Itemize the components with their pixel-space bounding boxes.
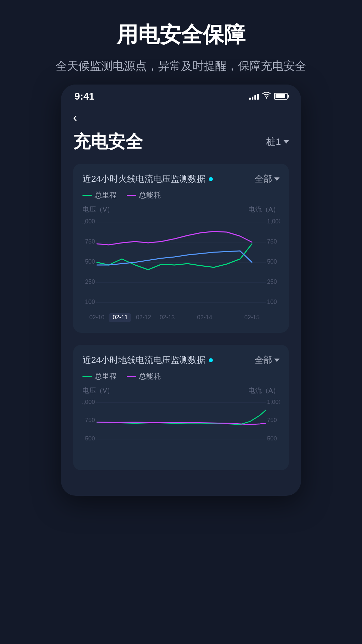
screen-content: 充电安全 桩1 近24小时火线电流电压监测数据 全部: [61, 130, 301, 470]
hot-wire-filter[interactable]: 全部: [255, 173, 280, 185]
hot-wire-title: 近24小时火线电流电压监测数据: [82, 173, 205, 185]
legend-energy: 总能耗: [127, 190, 161, 200]
svg-text:250: 250: [267, 278, 277, 285]
hot-wire-svg: 1,000 750 500 250 100 1,000 750 500 250 …: [82, 215, 280, 326]
back-button[interactable]: ‹: [73, 111, 77, 124]
ground-wire-svg: 1,000 750 500 1,000 750 500: [82, 396, 280, 464]
ground-wire-dot: [209, 358, 213, 362]
nav-bar: ‹: [61, 105, 301, 130]
hot-wire-filter-chevron: [274, 177, 280, 181]
chevron-down-icon: [284, 140, 289, 144]
legend-mileage-2: 总里程: [82, 371, 117, 381]
svg-text:02-12: 02-12: [136, 314, 151, 321]
pile-selector-label: 桩1: [266, 136, 281, 148]
svg-text:750: 750: [85, 238, 95, 245]
svg-text:02-11: 02-11: [113, 314, 128, 321]
svg-text:02-15: 02-15: [244, 314, 259, 321]
hot-wire-axes: 电压（V） 电流（A）: [82, 205, 280, 214]
phone-mockup: 9:41 ‹: [61, 85, 301, 496]
ground-wire-title: 近24小时地线电流电压监测数据: [82, 354, 205, 366]
svg-text:02-14: 02-14: [197, 314, 212, 321]
legend-mileage: 总里程: [82, 190, 117, 200]
svg-text:750: 750: [85, 417, 95, 423]
hot-wire-card: 近24小时火线电流电压监测数据 全部 总里程 总能耗: [73, 164, 289, 333]
hot-wire-header: 近24小时火线电流电压监测数据 全部: [82, 173, 280, 185]
screen-header: 充电安全 桩1: [73, 130, 289, 154]
svg-text:750: 750: [267, 417, 277, 423]
svg-text:1,000: 1,000: [82, 399, 95, 405]
battery-icon: [274, 93, 288, 100]
svg-text:02-13: 02-13: [160, 314, 175, 321]
svg-text:1,000: 1,000: [267, 218, 280, 225]
legend-energy-2: 总能耗: [127, 371, 161, 381]
svg-text:100: 100: [85, 299, 95, 305]
svg-text:250: 250: [85, 278, 95, 285]
hot-wire-dot: [209, 177, 213, 181]
ground-wire-y-left-label: 电压（V）: [82, 386, 114, 395]
ground-wire-filter-label: 全部: [255, 354, 272, 366]
ground-wire-filter[interactable]: 全部: [255, 354, 280, 366]
hot-wire-filter-label: 全部: [255, 173, 272, 185]
ground-wire-filter-chevron: [274, 359, 280, 362]
page-subtitle: 全天候监测电源点，异常及时提醒，保障充电安全: [13, 57, 349, 74]
status-time: 9:41: [74, 91, 95, 102]
svg-text:500: 500: [267, 258, 277, 265]
hot-wire-y-right-label: 电流（A）: [248, 205, 280, 214]
hot-wire-y-left-label: 电压（V）: [82, 205, 114, 214]
ground-wire-axes: 电压（V） 电流（A）: [82, 386, 280, 395]
svg-text:500: 500: [85, 258, 95, 265]
svg-text:100: 100: [267, 299, 277, 305]
legend-mileage-line: [82, 195, 92, 196]
svg-text:1,000: 1,000: [267, 399, 280, 405]
svg-text:02-10: 02-10: [89, 314, 105, 321]
legend-mileage-label-2: 总里程: [95, 371, 117, 381]
legend-energy-line: [127, 195, 136, 196]
legend-energy-label: 总能耗: [139, 190, 161, 200]
hot-wire-legend: 总里程 总能耗: [82, 190, 280, 200]
svg-text:750: 750: [267, 238, 277, 245]
screen-title: 充电安全: [73, 130, 143, 154]
outer-container: 用电安全保障 全天候监测电源点，异常及时提醒，保障充电安全 9:41: [0, 0, 362, 523]
status-bar: 9:41: [61, 85, 301, 105]
legend-mileage-label: 总里程: [95, 190, 117, 200]
legend-energy-label-2: 总能耗: [139, 371, 161, 381]
ground-wire-chart-area: 1,000 750 500 1,000 750 500: [82, 396, 280, 464]
page-title: 用电安全保障: [13, 20, 349, 49]
svg-text:1,000: 1,000: [82, 218, 95, 225]
legend-mileage-line-2: [82, 376, 92, 377]
status-icons: [249, 92, 288, 101]
ground-wire-header: 近24小时地线电流电压监测数据 全部: [82, 354, 280, 366]
svg-text:500: 500: [267, 435, 277, 441]
ground-wire-card: 近24小时地线电流电压监测数据 全部 总里程 总能耗: [73, 345, 289, 470]
hot-wire-chart-area: 1,000 750 500 250 100 1,000 750 500 250 …: [82, 215, 280, 326]
svg-text:500: 500: [85, 435, 95, 441]
page-header: 用电安全保障 全天候监测电源点，异常及时提醒，保障充电安全: [0, 0, 362, 85]
ground-wire-y-right-label: 电流（A）: [248, 386, 280, 395]
legend-energy-line-2: [127, 376, 136, 377]
pile-selector[interactable]: 桩1: [266, 136, 289, 148]
wifi-icon: [262, 92, 271, 101]
signal-icon: [249, 93, 259, 100]
ground-wire-legend: 总里程 总能耗: [82, 371, 280, 381]
